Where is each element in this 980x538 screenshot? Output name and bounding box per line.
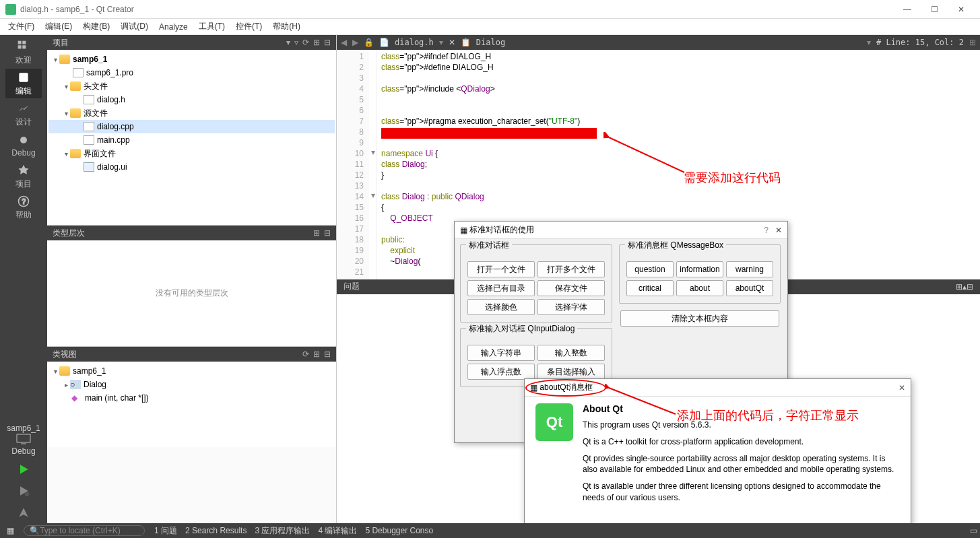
mode-debug[interactable]: Debug xyxy=(5,131,42,160)
close-hierarchy-icon[interactable]: ⊞ xyxy=(313,228,320,238)
sb-tab5[interactable]: 5 Debugger Conso xyxy=(365,526,433,535)
annotation-1: 需要添加这行代码 xyxy=(684,170,781,186)
run-button[interactable] xyxy=(10,459,37,480)
menu-edit[interactable]: 编辑(E) xyxy=(45,21,72,32)
btn-in-item[interactable]: 条目选择输入 xyxy=(537,364,605,380)
split-editor-icon[interactable]: ⊞ xyxy=(969,38,976,47)
menu-tools[interactable]: 工具(T) xyxy=(199,21,225,32)
annotation-2: 添加上面的代码后，字符正常显示 xyxy=(677,407,859,424)
btn-in-int[interactable]: 输入整数 xyxy=(537,345,605,361)
dlg2-title: aboutQt消息框 xyxy=(540,382,593,393)
editor-tabs: ◀ ▶ 🔒 📄 dialog.h ▾ ✕ 📋 Dialog ▾ # Line: … xyxy=(337,35,980,50)
tree-headers[interactable]: ▾头文件 xyxy=(48,79,335,93)
cv-root[interactable]: ▾samp6_1 xyxy=(48,364,335,378)
btn-in-str[interactable]: 输入字符串 xyxy=(467,345,535,361)
close-file-icon[interactable]: ✕ xyxy=(449,38,455,47)
dlg2-close-icon[interactable]: ✕ xyxy=(899,383,905,393)
svg-rect-0 xyxy=(18,40,22,44)
build-target[interactable]: samp6_1 Debug xyxy=(3,421,44,459)
btn-open-one[interactable]: 打开一个文件 xyxy=(467,261,535,277)
btn-open-many[interactable]: 打开多个文件 xyxy=(537,261,605,277)
group-standard: 标准对话框 打开一个文件打开多个文件 选择已有目录保存文件 选择颜色选择字体 xyxy=(460,244,612,323)
tree-root[interactable]: ▾samp6_1 xyxy=(48,53,335,66)
mode-help[interactable]: ?帮助 xyxy=(5,193,42,222)
file-icon: 📄 xyxy=(379,38,389,47)
btn-clear[interactable]: 清除文本框内容 xyxy=(620,310,779,327)
cv-icon[interactable]: ⟳ xyxy=(302,349,309,359)
btn-question[interactable]: question xyxy=(626,261,674,277)
about-p3: Qt provides single-source portability ac… xyxy=(583,453,899,476)
menu-file[interactable]: 文件(F) xyxy=(8,21,34,32)
svg-rect-1 xyxy=(22,40,26,44)
tree-pro[interactable]: samp6_1.pro xyxy=(48,66,335,79)
debug-run-button[interactable] xyxy=(10,480,37,502)
tree-f1[interactable]: dialog.ui xyxy=(48,160,335,174)
close-button[interactable]: ✕ xyxy=(948,5,975,14)
sb-tab2[interactable]: 2 Search Results xyxy=(185,526,247,535)
menu-debug[interactable]: 调试(D) xyxy=(121,21,148,32)
menu-widget[interactable]: 控件(T) xyxy=(236,21,262,32)
btn-about[interactable]: about xyxy=(676,280,723,296)
btn-warn[interactable]: warning xyxy=(726,261,773,277)
svg-text:?: ? xyxy=(22,198,26,205)
tree-s1[interactable]: dialog.cpp xyxy=(48,120,335,133)
mode-project[interactable]: 项目 xyxy=(5,162,42,191)
sb-tab3[interactable]: 3 应用程序输出 xyxy=(255,525,310,537)
svg-rect-3 xyxy=(22,45,26,48)
minimize-button[interactable]: — xyxy=(894,5,921,14)
mode-welcome[interactable]: 欢迎 xyxy=(5,38,42,67)
editor-filename[interactable]: dialog.h xyxy=(395,38,434,47)
window-title: dialog.h - samp6_1 - Qt Creator xyxy=(20,5,134,14)
mode-design[interactable]: 设计 xyxy=(5,100,42,129)
tree-forms[interactable]: ▾界面文件 xyxy=(48,147,335,160)
about-p2: Qt is a C++ toolkit for cross-platform a… xyxy=(583,436,899,448)
menu-build[interactable]: 构建(B) xyxy=(83,21,110,32)
line-info: # Line: 15, Col: 2 xyxy=(876,38,964,47)
build-button[interactable] xyxy=(10,502,37,523)
cv-c2[interactable]: ◆main (int, char *[]) xyxy=(48,391,335,405)
sync-icon[interactable]: ⟳ xyxy=(302,38,309,47)
nav-fwd-icon[interactable]: ▶ xyxy=(352,38,358,47)
statusbar: ▦ 🔍 Type to locate (Ctrl+K) 1 问题 2 Searc… xyxy=(0,523,980,538)
sb-tab1[interactable]: 1 问题 xyxy=(154,525,177,537)
hierarchy-title: 类型层次⊞⊟ xyxy=(47,226,336,240)
menubar: 文件(F) 编辑(E) 构建(B) 调试(D) Analyze 工具(T) 控件… xyxy=(0,19,980,35)
close-panel-icon[interactable]: ⊟ xyxy=(324,38,331,47)
dlg1-icon: ▦ xyxy=(460,226,467,235)
project-tree: ▾samp6_1 samp6_1.pro ▾头文件 dialog.h ▾源文件 … xyxy=(47,50,336,225)
help-icon[interactable]: ? xyxy=(764,226,769,235)
editor-crumb[interactable]: Dialog xyxy=(476,38,505,47)
svg-rect-4 xyxy=(19,73,28,81)
cv-c1[interactable]: ▸○Dialog xyxy=(48,378,335,391)
svg-rect-2 xyxy=(18,45,22,48)
split-icon[interactable]: ⊞ xyxy=(313,38,320,47)
btn-critical[interactable]: critical xyxy=(626,280,674,296)
menu-help[interactable]: 帮助(H) xyxy=(273,21,300,32)
menu-analyze[interactable]: Analyze xyxy=(159,22,188,32)
filter2-icon[interactable]: ▿ xyxy=(294,38,298,47)
filter-icon[interactable]: ▾ xyxy=(286,38,290,47)
nav-back-icon[interactable]: ◀ xyxy=(341,38,347,47)
btn-choose-dir[interactable]: 选择已有目录 xyxy=(467,280,535,296)
dlg1-close-icon[interactable]: ✕ xyxy=(775,226,782,235)
btn-in-float[interactable]: 输入浮点数 xyxy=(467,364,535,380)
btn-info[interactable]: information xyxy=(676,261,723,277)
tree-sources[interactable]: ▾源文件 xyxy=(48,106,335,120)
sb-tab4[interactable]: 4 编译输出 xyxy=(318,525,357,537)
lock-icon[interactable]: 🔒 xyxy=(364,38,374,47)
tree-h1[interactable]: dialog.h xyxy=(48,93,335,106)
sb-progress-icon[interactable]: ▭ xyxy=(970,526,977,535)
crumb-icon: 📋 xyxy=(461,38,471,47)
btn-font[interactable]: 选择字体 xyxy=(537,299,605,315)
mode-edit[interactable]: 编辑 xyxy=(5,69,42,98)
classview-panel: 类视图⟳⊞⊟ ▾samp6_1 ▸○Dialog ◆main (int, cha… xyxy=(47,346,336,447)
maximize-button[interactable]: ☐ xyxy=(921,5,948,14)
btn-color[interactable]: 选择颜色 xyxy=(467,299,535,315)
locator-input[interactable]: 🔍 Type to locate (Ctrl+K) xyxy=(24,525,145,536)
sb-panes-icon[interactable]: ▦ xyxy=(7,526,14,535)
btn-save[interactable]: 保存文件 xyxy=(537,280,605,296)
dlg1-title: 标准对话框的使用 xyxy=(469,224,534,236)
aboutqt-dialog: ▦ aboutQt消息框 ✕ Qt About Qt This program … xyxy=(524,378,911,533)
btn-aboutqt[interactable]: aboutQt xyxy=(726,280,773,296)
tree-s2[interactable]: main.cpp xyxy=(48,133,335,147)
